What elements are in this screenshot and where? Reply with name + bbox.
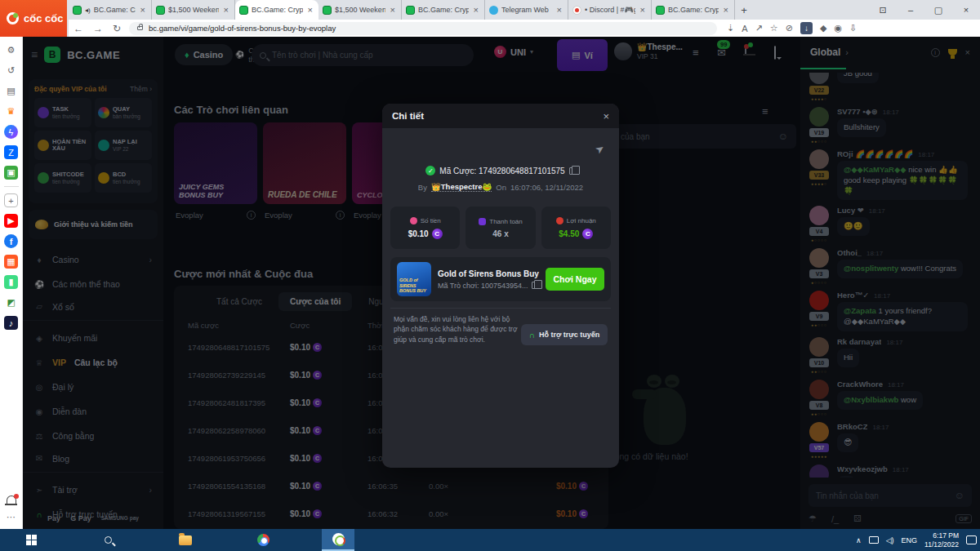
- tab-title: BC.Game: Crypto Ca: [668, 6, 719, 14]
- game-title: Gold of Sirens Bonus Buy: [438, 269, 539, 278]
- tab-close-icon[interactable]: ×: [472, 5, 480, 15]
- browser-tab[interactable]: $1,500 Weekend Evo×: [318, 0, 402, 20]
- browser-tab[interactable]: BC.Game: Crypto Ca×: [402, 0, 485, 20]
- action-center-icon[interactable]: [966, 535, 977, 544]
- coccoc-logo[interactable]: cốc cốc: [0, 0, 67, 37]
- bcgame-favicon: [156, 6, 165, 15]
- browser-chrome: cốc cốc ◂)BC.Game: Crypto× $1,500 Weeken…: [0, 0, 980, 37]
- address-input[interactable]: bc.game/vi/game/gold-of-sirens-bonus-buy…: [129, 22, 717, 35]
- lock-icon[interactable]: [137, 26, 143, 30]
- tab-close-icon[interactable]: ×: [139, 5, 147, 15]
- window-controls: ⊡ – ▢ ×: [869, 0, 980, 20]
- payout-icon: [479, 218, 486, 225]
- extensions-icon[interactable]: ◆: [820, 23, 826, 33]
- volume-icon[interactable]: ◁): [886, 536, 894, 544]
- add-shortcut-icon[interactable]: +: [4, 193, 18, 207]
- coccoc-brand-text: cốc cốc: [24, 12, 63, 24]
- game-thumbnail[interactable]: GOLD of SIRENS BONUS BUY: [397, 262, 431, 296]
- language-indicator[interactable]: ENG: [902, 536, 918, 544]
- facebook-icon[interactable]: f: [4, 234, 18, 248]
- start-button[interactable]: [15, 529, 47, 551]
- browser-tab[interactable]: $1,500 Weekend Evo×: [152, 0, 235, 20]
- browser-tab[interactable]: Telegram Web×: [485, 0, 568, 20]
- browser-sidebar: ⚙ ↺ ▤ ♛ ϟ Z ▣ + ▶ f ▦ ▮ ◩ ♪ ⋯: [0, 37, 23, 529]
- tab-close-icon[interactable]: ×: [222, 5, 230, 15]
- coccoc-logo-icon: [7, 12, 19, 24]
- coccoc-taskbar-icon[interactable]: [322, 529, 354, 551]
- adblock-shield-icon[interactable]: ⊘: [786, 23, 793, 33]
- discord-favicon: [572, 6, 581, 15]
- bookmark-star-icon[interactable]: ☆: [770, 23, 778, 33]
- browser-tab[interactable]: • Discord | #🎮gam×: [568, 0, 652, 20]
- share-icon[interactable]: ↗: [755, 23, 763, 33]
- taskbar-clock[interactable]: 6:17 PM 11/12/2022: [924, 531, 959, 549]
- modal-close-icon[interactable]: ×: [603, 110, 609, 122]
- coin-icon: C: [582, 229, 593, 239]
- chrome-icon[interactable]: [247, 529, 279, 551]
- file-explorer-icon[interactable]: [169, 529, 202, 551]
- tab-close-icon[interactable]: ×: [389, 5, 397, 15]
- history-icon[interactable]: ↺: [4, 64, 18, 78]
- messenger-icon[interactable]: ϟ: [4, 125, 18, 139]
- more-options-icon[interactable]: ⋯: [4, 510, 18, 524]
- tab-close-icon[interactable]: ×: [306, 5, 314, 15]
- browser-tab-active[interactable]: BC.Game: Crypto Ca×: [235, 0, 318, 20]
- newsfeed-icon[interactable]: ▤: [4, 84, 18, 98]
- browser-tab[interactable]: BC.Game: Crypto Ca×: [652, 0, 735, 20]
- games-icon[interactable]: ▣: [4, 166, 18, 180]
- stat-payout: Thanh toán 46 x: [466, 207, 535, 249]
- bcgame-favicon: [656, 6, 665, 15]
- stat-amount: Số tiền $0.10C: [390, 207, 460, 249]
- downloads-tray-icon[interactable]: ⇩: [849, 23, 857, 33]
- game-info-card: GOLD of SIRENS BONUS BUY Gold of Sirens …: [390, 257, 611, 301]
- amount-icon: [410, 217, 417, 224]
- forward-button[interactable]: →: [93, 23, 103, 34]
- tab-audio-icon[interactable]: ◂): [85, 7, 91, 14]
- reload-button[interactable]: ↻: [113, 23, 121, 34]
- zalo-icon[interactable]: Z: [4, 145, 18, 159]
- game-id: Mã Trò chơi: 1007543954...: [438, 282, 528, 290]
- url-bar: ← → ↻ bc.game/vi/game/gold-of-sirens-bon…: [69, 20, 980, 37]
- download-icon[interactable]: ↓: [800, 22, 813, 34]
- shopping-icon[interactable]: ▦: [4, 255, 18, 269]
- bet-author[interactable]: 👑Thespectre🐸: [431, 182, 492, 192]
- bcgame-favicon: [73, 6, 82, 15]
- play-now-button[interactable]: Chơi Ngay: [546, 268, 604, 291]
- back-button[interactable]: ←: [74, 23, 83, 34]
- windows-taskbar: ∧ ◁) ENG 6:17 PM 11/12/2022: [0, 529, 980, 551]
- live-support-button[interactable]: ∩ Hỗ trợ trực tuyến: [521, 324, 608, 345]
- copy-icon[interactable]: [569, 167, 576, 175]
- close-window-button[interactable]: ×: [952, 5, 980, 15]
- network-icon[interactable]: [869, 536, 879, 544]
- save-page-icon[interactable]: ⇣: [727, 23, 734, 33]
- browser-tab[interactable]: ◂)BC.Game: Crypto×: [69, 0, 152, 20]
- hidden-icons-chevron[interactable]: ∧: [856, 536, 862, 544]
- tab-close-icon[interactable]: ×: [639, 5, 647, 15]
- notifications-bell-icon[interactable]: [7, 495, 16, 504]
- youtube-icon[interactable]: ▶: [4, 214, 18, 228]
- bet-id: Mã Cược: 1749280648817101575: [439, 167, 564, 176]
- bcgame-favicon: [239, 6, 248, 15]
- crown-icon[interactable]: ♛: [4, 104, 18, 118]
- settings-icon[interactable]: ⚙: [4, 43, 18, 57]
- verified-shield-icon: ✓: [425, 166, 435, 176]
- minimize-button[interactable]: –: [897, 5, 924, 15]
- support-note: Mọi vấn đề, xin vui lòng liên hệ với bộ …: [394, 314, 518, 344]
- tab-close-icon[interactable]: ×: [555, 5, 564, 15]
- taskbar-search-icon[interactable]: [91, 529, 124, 551]
- share-bet-icon[interactable]: ➤: [593, 141, 608, 157]
- headset-icon: ∩: [529, 331, 535, 340]
- tiktok-icon[interactable]: ♪: [4, 316, 18, 330]
- education-icon[interactable]: ◩: [4, 295, 18, 309]
- new-tab-button[interactable]: +: [735, 0, 753, 20]
- profit-icon: [556, 217, 564, 224]
- copy-icon[interactable]: [532, 282, 538, 289]
- toolbar-icons: ⇣ A ↗ ☆ ⊘ ↓ ◆ ◉ ⇩: [727, 22, 857, 34]
- tab-title: BC.Game: Crypto Ca: [418, 6, 469, 14]
- profile-icon[interactable]: ◉: [834, 23, 842, 33]
- tab-search-icon[interactable]: ⊡: [869, 5, 897, 16]
- maximize-button[interactable]: ▢: [924, 5, 952, 16]
- battery-saver-icon[interactable]: ▮: [4, 275, 18, 289]
- translate-icon[interactable]: A: [742, 24, 747, 33]
- tab-close-icon[interactable]: ×: [722, 5, 730, 15]
